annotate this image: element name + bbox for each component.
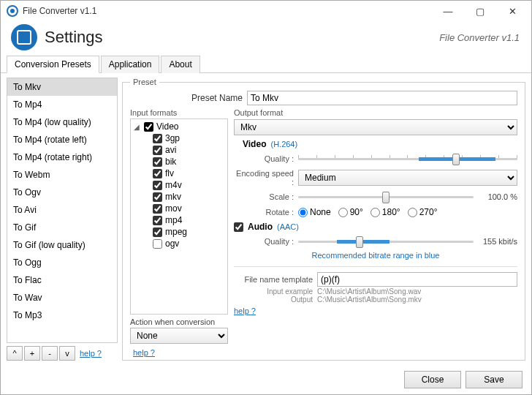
add-preset-button[interactable]: +	[24, 346, 40, 361]
move-down-button[interactable]: v	[59, 346, 75, 361]
file-template-help-link[interactable]: help ?	[234, 306, 256, 315]
audio-codec-label: (AAC)	[277, 222, 299, 231]
format-checkbox[interactable]	[153, 181, 162, 190]
preset-item[interactable]: To Flac	[7, 271, 117, 289]
audio-enable-checkbox[interactable]	[234, 222, 243, 232]
preset-item[interactable]: To Avi	[7, 201, 117, 219]
tabs: Conversion Presets Application About	[1, 55, 531, 73]
video-quality-label: Quality :	[234, 154, 294, 163]
output-format-select[interactable]: Mkv	[234, 119, 517, 135]
scale-label: Scale :	[234, 192, 294, 201]
rotate-label: Rotate :	[234, 208, 294, 217]
output-example-label: Output	[234, 296, 313, 304]
video-section-title: Video	[243, 139, 266, 149]
preset-item[interactable]: To Gif (low quality)	[7, 236, 117, 254]
video-group-checkbox[interactable]	[144, 122, 153, 132]
preset-item[interactable]: To Mp4 (rotate right)	[7, 148, 117, 166]
titlebar: File Converter v1.1 — ▢ ✕	[1, 1, 531, 21]
move-up-button[interactable]: ^	[7, 346, 23, 361]
tab-conversion-presets[interactable]: Conversion Presets	[7, 56, 99, 73]
expander-icon[interactable]: ◢	[134, 123, 141, 131]
rotate-none-radio[interactable]: None	[298, 207, 331, 217]
app-icon	[7, 5, 18, 17]
scale-slider[interactable]	[298, 190, 474, 203]
format-checkbox[interactable]	[153, 239, 162, 249]
format-checkbox[interactable]	[153, 169, 162, 178]
preset-item[interactable]: To Mp3	[7, 306, 117, 324]
maximize-button[interactable]: ▢	[464, 1, 496, 21]
input-formats-label: Input formats	[130, 108, 228, 117]
preset-item[interactable]: To Wav	[7, 289, 117, 306]
audio-section-title: Audio	[248, 222, 273, 232]
format-checkbox[interactable]	[153, 146, 162, 155]
preset-name-label: Preset Name	[130, 93, 243, 103]
input-example-label: Input example	[234, 287, 313, 296]
encoding-speed-select[interactable]: Medium	[298, 170, 517, 186]
action-select[interactable]: None	[130, 328, 228, 344]
format-checkbox[interactable]	[153, 204, 162, 214]
preset-name-input[interactable]	[247, 91, 517, 105]
presets-help-link[interactable]: help ?	[80, 349, 102, 358]
format-checkbox[interactable]	[153, 192, 162, 202]
close-window-button[interactable]: ✕	[496, 1, 528, 21]
input-formats-help-link[interactable]: help ?	[133, 348, 228, 357]
window-title: File Converter v1.1	[23, 6, 96, 16]
action-label: Action when conversion	[130, 317, 228, 326]
video-quality-slider[interactable]	[298, 152, 517, 165]
save-button[interactable]: Save	[466, 371, 522, 388]
version-label: File Converter v1.1	[439, 32, 520, 43]
rotate-180-radio[interactable]: 180°	[370, 207, 400, 217]
preset-item[interactable]: To Webm	[7, 166, 117, 184]
encoding-speed-label: Encoding speed :	[234, 169, 294, 187]
scale-value: 100.0 %	[478, 192, 517, 201]
preset-item[interactable]: To Mkv	[7, 78, 117, 96]
close-button[interactable]: Close	[404, 371, 461, 388]
minimize-button[interactable]: —	[432, 1, 464, 21]
audio-quality-label: Quality :	[234, 237, 294, 246]
output-format-label: Output format	[234, 108, 517, 117]
header: Settings File Converter v1.1	[1, 21, 531, 55]
format-checkbox[interactable]	[153, 157, 162, 167]
rotate-270-radio[interactable]: 270°	[408, 207, 438, 217]
preset-item[interactable]: To Mp4 (rotate left)	[7, 131, 117, 148]
format-checkbox[interactable]	[153, 134, 162, 143]
page-title: Settings	[45, 28, 103, 47]
file-template-input[interactable]	[317, 272, 517, 287]
preset-item[interactable]: To Mp4 (low quality)	[7, 113, 117, 131]
file-template-label: File name template	[234, 275, 313, 284]
remove-preset-button[interactable]: -	[42, 346, 58, 361]
video-codec-label: (H.264)	[270, 140, 297, 148]
tab-about[interactable]: About	[161, 56, 200, 73]
audio-quality-slider[interactable]	[298, 235, 474, 248]
format-checkbox[interactable]	[153, 216, 162, 225]
input-formats-tree[interactable]: ◢Video 3gp avi bik flv m4v mkv mov mp4 m…	[130, 118, 228, 315]
preset-item[interactable]: To Mp4	[7, 96, 117, 113]
preset-item[interactable]: To Gif	[7, 219, 117, 236]
format-checkbox[interactable]	[153, 227, 162, 237]
preset-legend: Preset	[130, 78, 159, 86]
rotate-90-radio[interactable]: 90°	[338, 207, 363, 217]
preset-item[interactable]: To Ogv	[7, 184, 117, 201]
output-example-value: C:\Music\Artist\Album\Song.mkv	[317, 296, 422, 304]
input-example-value: C:\Music\Artist\Album\Song.wav	[317, 287, 421, 296]
audio-quality-value: 155 kbit/s	[478, 237, 517, 246]
preset-fieldset: Preset Preset Name Input formats ◢Video …	[122, 78, 525, 361]
tab-application[interactable]: Application	[101, 56, 160, 73]
preset-item[interactable]: To Ogg	[7, 254, 117, 271]
app-logo-icon	[11, 24, 37, 50]
bitrate-recommendation: Recommended bitrate range in blue	[234, 251, 517, 260]
preset-list[interactable]: To Mkv To Mp4 To Mp4 (low quality) To Mp…	[7, 78, 118, 343]
